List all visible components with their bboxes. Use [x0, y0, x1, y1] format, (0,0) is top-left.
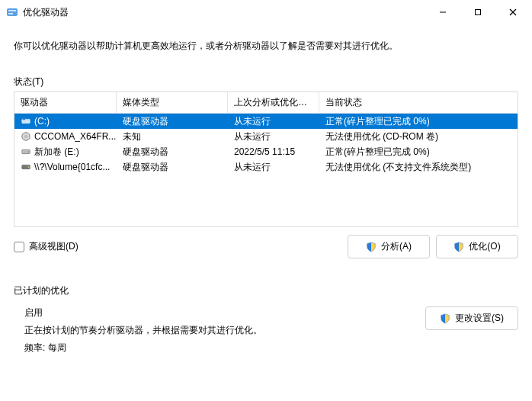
column-drive[interactable]: 驱动器	[14, 92, 117, 113]
freq-label: 频率:	[24, 342, 45, 353]
cell-media: 硬盘驱动器	[117, 159, 228, 175]
cell-drive: CCCOMA_X64FR...	[14, 130, 117, 143]
scheduled-section: 已计划的优化 启用 正在按计划的节奏分析驱动器，并根据需要对其进行优化。 频率:…	[14, 284, 518, 359]
window-controls	[425, 0, 530, 24]
drive-name: CCCOMA_X64FR...	[34, 131, 116, 142]
cell-drive: 新加卷 (E:)	[14, 144, 117, 160]
drive-vol-icon	[21, 162, 31, 172]
cell-state: 正常(碎片整理已完成 0%)	[319, 144, 518, 160]
scheduled-desc: 正在按计划的节奏分析驱动器，并根据需要对其进行优化。	[24, 324, 425, 337]
svg-point-14	[28, 166, 30, 168]
drive-os-icon	[21, 116, 31, 127]
advanced-view-checkbox[interactable]: 高级视图(D)	[14, 240, 79, 253]
table-row[interactable]: \\?\Volume{01cfc...硬盘驱动器从未运行无法使用优化 (不支持文…	[14, 159, 518, 175]
svg-point-12	[28, 151, 30, 152]
scheduled-on: 启用	[24, 306, 425, 319]
change-settings-button[interactable]: 更改设置(S)	[425, 306, 518, 330]
analyze-label: 分析(A)	[381, 240, 412, 253]
cell-last: 从未运行	[228, 159, 319, 175]
optimize-label: 优化(O)	[469, 240, 500, 253]
drive-hdd-icon	[21, 146, 31, 157]
analyze-button[interactable]: 分析(A)	[348, 235, 430, 258]
actions-row: 高级视图(D) 分析(A) 优化(O)	[14, 235, 518, 258]
drive-name: 新加卷 (E:)	[34, 146, 79, 159]
drive-name: (C:)	[34, 116, 50, 127]
shield-icon	[440, 313, 450, 324]
scheduled-freq: 频率: 每周	[24, 342, 425, 354]
cell-drive: \\?\Volume{01cfc...	[14, 160, 117, 174]
drive-cd-icon	[21, 131, 31, 142]
shield-icon	[366, 242, 377, 252]
shield-icon	[453, 242, 464, 252]
titlebar: 优化驱动器	[0, 0, 532, 24]
column-media[interactable]: 媒体类型	[117, 92, 228, 113]
table-row[interactable]: 新加卷 (E:)硬盘驱动器2022/5/5 11:15正常(碎片整理已完成 0%…	[14, 144, 518, 159]
cell-drive: (C:)	[14, 114, 117, 128]
status-label: 状态(T)	[14, 75, 518, 88]
cell-state: 正常(碎片整理已完成 0%)	[319, 114, 518, 130]
change-settings-label: 更改设置(S)	[455, 312, 504, 325]
table-body[interactable]: (C:)硬盘驱动器从未运行正常(碎片整理已完成 0%)CCCOMA_X64FR.…	[14, 114, 518, 226]
freq-value: 每周	[48, 342, 66, 353]
cell-media: 未知	[117, 129, 228, 145]
cell-media: 硬盘驱动器	[117, 144, 228, 160]
close-button[interactable]	[495, 0, 530, 24]
scheduled-text: 启用 正在按计划的节奏分析驱动器，并根据需要对其进行优化。 频率: 每周	[14, 306, 425, 359]
cell-state: 无法使用优化 (不支持文件系统类型)	[319, 159, 518, 175]
column-state[interactable]: 当前状态	[319, 92, 518, 113]
table-header: 驱动器 媒体类型 上次分析或优化的... 当前状态	[14, 92, 518, 114]
table-row[interactable]: (C:)硬盘驱动器从未运行正常(碎片整理已完成 0%)	[14, 114, 518, 129]
advanced-view-label: 高级视图(D)	[29, 240, 79, 253]
svg-rect-2	[8, 13, 13, 14]
svg-point-10	[25, 136, 27, 138]
cell-last: 从未运行	[228, 114, 319, 130]
drive-table: 驱动器 媒体类型 上次分析或优化的... 当前状态 (C:)硬盘驱动器从未运行正…	[14, 91, 518, 227]
checkbox-box	[14, 242, 24, 252]
cell-state: 无法使用优化 (CD-ROM 卷)	[319, 129, 518, 145]
maximize-button[interactable]	[460, 0, 495, 24]
svg-rect-1	[8, 10, 16, 11]
cell-media: 硬盘驱动器	[117, 114, 228, 130]
cell-last: 2022/5/5 11:15	[228, 145, 319, 159]
description-text: 你可以优化驱动器以帮助计算机更高效地运行，或者分析驱动器以了解是否需要对其进行优…	[14, 40, 518, 53]
scheduled-title: 已计划的优化	[14, 284, 518, 297]
optimize-button[interactable]: 优化(O)	[436, 235, 518, 258]
svg-rect-8	[23, 117, 26, 120]
svg-rect-0	[7, 8, 18, 16]
window-title: 优化驱动器	[23, 6, 425, 19]
column-last[interactable]: 上次分析或优化的...	[228, 92, 319, 113]
cell-last: 从未运行	[228, 129, 319, 145]
svg-rect-4	[476, 10, 481, 15]
content-area: 你可以优化驱动器以帮助计算机更高效地运行，或者分析驱动器以了解是否需要对其进行优…	[0, 24, 532, 367]
minimize-button[interactable]	[425, 0, 460, 24]
drive-name: \\?\Volume{01cfc...	[34, 162, 110, 172]
app-icon	[6, 6, 18, 18]
table-row[interactable]: CCCOMA_X64FR...未知从未运行无法使用优化 (CD-ROM 卷)	[14, 129, 518, 144]
